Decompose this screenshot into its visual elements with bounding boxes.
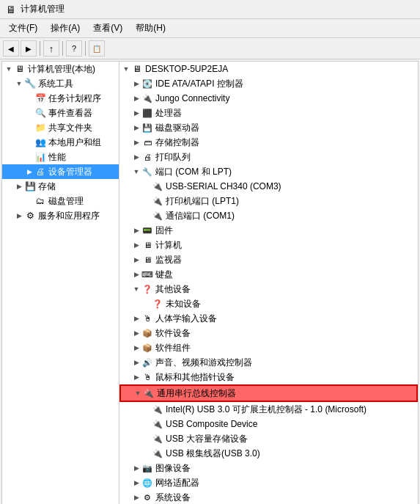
right-audio[interactable]: ▶ 🔊 声音、视频和游戏控制器 [119, 355, 418, 370]
right-usb-serial[interactable]: ▶ 🔌 USB-SERIAL CH340 (COM3) [119, 179, 418, 194]
right-lpt1[interactable]: ▶ 🔌 打印机端口 (LPT1) [119, 194, 418, 208]
toolbar-back-btn[interactable]: ◀ [3, 40, 19, 56]
right-storage-ctrl[interactable]: ▶ 🗃 存储控制器 [119, 135, 418, 150]
left-device-manager[interactable]: ▶ 🖨 设备管理器 [2, 164, 119, 179]
right-hid[interactable]: ▶ 🖱 人体学输入设备 [119, 311, 418, 326]
expand-ports[interactable]: ▼ [131, 167, 141, 177]
left-sys-tools[interactable]: ▼ 🔧 系统工具 [2, 76, 119, 91]
right-system[interactable]: ▶ ⚙ 系统设备 [119, 490, 418, 504]
main-area: ▼ 🖥 计算机管理(本地) ▼ 🔧 系统工具 ▶ 📅 任务计划程序 ▶ 🔍 事件… [1, 61, 419, 504]
right-usb-controllers[interactable]: ▼ 🔌 通用串行总线控制器 [119, 384, 418, 402]
right-usb-hub[interactable]: ▶ 🔌 USB 根集线器(USB 3.0) [119, 446, 418, 461]
no-expand-unknown: ▶ [141, 299, 152, 309]
right-other-devices[interactable]: ▼ ❓ 其他设备 [119, 282, 418, 296]
monitor-icon: 🖥 [141, 254, 153, 266]
toolbar: ◀ ▶ ↑ ? 📋 [0, 38, 420, 59]
left-services[interactable]: ▶ ⚙ 服务和应用程序 [2, 208, 119, 223]
left-tree-root[interactable]: ▼ 🖥 计算机管理(本地) [2, 62, 119, 76]
left-shared-folders[interactable]: ▶ 📁 共享文件夹 [2, 120, 119, 135]
disk-icon: 💾 [141, 122, 153, 134]
device-mgr-icon: 🖨 [34, 166, 46, 178]
right-disk[interactable]: ▶ 💾 磁盘驱动器 [119, 120, 418, 135]
menu-help[interactable]: 帮助(H) [130, 21, 172, 36]
right-computer2[interactable]: ▶ 🖥 计算机 [119, 238, 418, 252]
expand-firmware[interactable]: ▶ [131, 225, 141, 235]
right-image[interactable]: ▶ 📷 图像设备 [119, 461, 418, 475]
right-network[interactable]: ▶ 🌐 网络适配器 [119, 475, 418, 490]
expand-keyboard[interactable]: ▶ [131, 269, 141, 280]
no-expand2: ▶ [24, 108, 34, 118]
left-local-users[interactable]: ▶ 👥 本地用户和组 [2, 135, 119, 150]
expand-storage-ctrl[interactable]: ▶ [131, 137, 141, 147]
right-unknown-device[interactable]: ▶ ❓ 未知设备 [119, 296, 418, 311]
toolbar-help-btn[interactable]: ? [66, 40, 82, 56]
left-event-viewer[interactable]: ▶ 🔍 事件查看器 [2, 106, 119, 120]
left-performance[interactable]: ▶ 📊 性能 [2, 150, 119, 164]
expand-services[interactable]: ▶ [14, 211, 24, 221]
right-mouse[interactable]: ▶ 🖱 鼠标和其他指针设备 [119, 370, 418, 384]
sw-icon: 📦 [141, 327, 153, 339]
right-usb-mass[interactable]: ▶ 🔌 USB 大容量存储设备 [119, 431, 418, 446]
ports-icon: 🔧 [141, 166, 153, 178]
right-com1[interactable]: ▶ 🔌 通信端口 (COM1) [119, 208, 418, 223]
no-expand5: ▶ [24, 152, 34, 162]
right-usb-composite[interactable]: ▶ 🔌 USB Composite Device [119, 417, 418, 431]
expand-jungo[interactable]: ▶ [131, 93, 141, 103]
toolbar-up-btn[interactable]: ↑ [43, 40, 59, 56]
expand-mouse[interactable]: ▶ [131, 372, 141, 382]
expand-ide[interactable]: ▶ [131, 78, 141, 89]
expand-cpu[interactable]: ▶ [131, 108, 141, 118]
expand-usb-ctrl[interactable]: ▼ [133, 388, 143, 398]
left-disk-mgmt[interactable]: ▶ 🗂 磁盘管理 [2, 194, 119, 208]
right-intel-usb[interactable]: ▶ 🔌 Intel(R) USB 3.0 可扩展主机控制器 - 1.0 (Mic… [119, 402, 418, 417]
storage-ctrl-icon: 🗃 [141, 136, 153, 148]
expand-disk[interactable]: ▶ [131, 123, 141, 133]
perf-icon: 📊 [34, 151, 46, 163]
ide-icon: 💽 [141, 78, 153, 90]
expand-other[interactable]: ▼ [131, 284, 141, 294]
right-firmware[interactable]: ▶ 📟 固件 [119, 223, 418, 238]
menu-view[interactable]: 查看(V) [87, 21, 128, 36]
expand-right-root[interactable]: ▼ [121, 64, 131, 74]
expand-print[interactable]: ▶ [131, 152, 141, 162]
cpu-icon: ⬛ [141, 107, 153, 119]
menu-action[interactable]: 操作(A) [45, 21, 86, 36]
title-bar-icon: 🖥 [6, 4, 16, 15]
expand-systools[interactable]: ▼ [14, 78, 24, 89]
right-cpu[interactable]: ▶ ⬛ 处理器 [119, 106, 418, 120]
left-storage[interactable]: ▶ 💾 存储 [2, 179, 119, 194]
menu-file[interactable]: 文件(F) [3, 21, 43, 36]
right-print-queue[interactable]: ▶ 🖨 打印队列 [119, 150, 418, 164]
right-monitor[interactable]: ▶ 🖥 监视器 [119, 252, 418, 267]
no-expand-mass: ▶ [141, 434, 152, 444]
services-icon: ⚙ [24, 210, 36, 222]
expand-network[interactable]: ▶ [131, 478, 141, 488]
left-task-scheduler[interactable]: ▶ 📅 任务计划程序 [2, 91, 119, 106]
toolbar-forward-btn[interactable]: ▶ [21, 40, 37, 56]
expand-root[interactable]: ▼ [4, 64, 14, 74]
right-sw-devices[interactable]: ▶ 📦 软件设备 [119, 326, 418, 340]
right-jungo[interactable]: ▶ 🔌 Jungo Connectivity [119, 91, 418, 106]
toolbar-export-btn[interactable]: 📋 [89, 40, 105, 56]
mouse-icon: 🖱 [141, 371, 153, 383]
systools-icon: 🔧 [24, 78, 36, 90]
expand-image[interactable]: ▶ [131, 463, 141, 473]
expand-hid[interactable]: ▶ [131, 313, 141, 324]
right-sw-components[interactable]: ▶ 📦 软件组件 [119, 340, 418, 355]
no-expand6: ▶ [24, 167, 34, 177]
no-expand7: ▶ [24, 196, 34, 206]
expand-swcomp[interactable]: ▶ [131, 343, 141, 353]
right-computer-root[interactable]: ▼ 🖥 DESKTOP-5UP2EJA [119, 62, 418, 76]
expand-storage[interactable]: ▶ [14, 181, 24, 191]
expand-monitor[interactable]: ▶ [131, 255, 141, 265]
firmware-icon: 📟 [141, 224, 153, 236]
other-icon: ❓ [141, 283, 153, 295]
expand-system[interactable]: ▶ [131, 492, 141, 503]
expand-computer2[interactable]: ▶ [131, 240, 141, 250]
right-ide[interactable]: ▶ 💽 IDE ATA/ATAPI 控制器 [119, 76, 418, 91]
right-ports[interactable]: ▼ 🔧 端口 (COM 和 LPT) [119, 164, 418, 179]
expand-audio[interactable]: ▶ [131, 357, 141, 368]
right-keyboard[interactable]: ▶ ⌨ 键盘 [119, 267, 418, 282]
expand-sw[interactable]: ▶ [131, 328, 141, 338]
task-icon: 📅 [34, 92, 46, 104]
